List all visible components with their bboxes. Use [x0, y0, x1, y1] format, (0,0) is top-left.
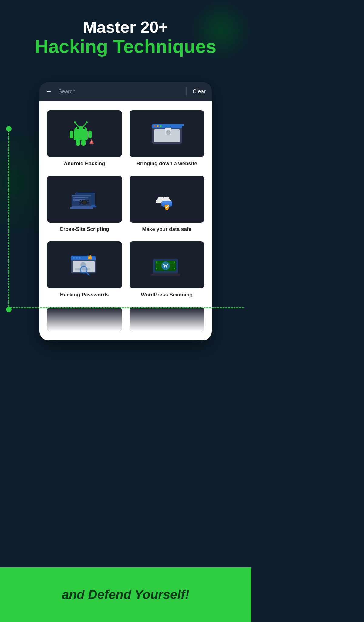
cards-grid: ! Android Hacking [47, 110, 204, 298]
header-line1: Master 20+ [12, 18, 239, 36]
card-data-safe[interactable]: Make your data safe [130, 176, 204, 232]
deco-dashed-left [8, 128, 9, 310]
svg-point-5 [77, 127, 79, 129]
card-image-website [130, 110, 204, 157]
card-android-hacking[interactable]: ! Android Hacking [47, 110, 122, 167]
fade-card-right [130, 307, 204, 331]
card-image-safe [130, 176, 204, 223]
card-image-wordpress: W [130, 241, 204, 288]
svg-point-18 [160, 125, 162, 127]
phone-frame: ← Search Clear [39, 82, 212, 340]
svg-point-53 [79, 257, 81, 259]
card-website-down[interactable]: Bringing down a website [130, 110, 204, 167]
svg-text:W: W [163, 263, 168, 268]
deco-dot-bottom [6, 307, 12, 312]
svg-point-52 [76, 257, 78, 259]
card-wordpress[interactable]: W WordPress Scanning [130, 241, 204, 298]
svg-point-36 [82, 200, 86, 204]
svg-point-17 [157, 125, 159, 127]
svg-point-16 [154, 125, 156, 127]
card-label-website: Bringing down a website [136, 161, 197, 167]
card-label-safe: Make your data safe [142, 226, 191, 232]
svg-rect-65 [151, 274, 180, 276]
svg-rect-8 [88, 131, 92, 138]
search-placeholder[interactable]: Search [58, 88, 180, 95]
svg-rect-7 [70, 131, 73, 138]
clear-button[interactable]: Clear [193, 88, 206, 95]
header-section: Master 20+ Hacking Techniques [0, 0, 251, 69]
deco-dot-top [6, 126, 12, 132]
deco-dashed-horizontal [8, 307, 244, 308]
card-xss[interactable]: Cross-Site Scripting [47, 176, 122, 232]
website-down-illustration [149, 121, 185, 147]
card-image-passwords [47, 241, 122, 288]
passwords-illustration [66, 252, 103, 278]
fade-card-left [47, 307, 122, 331]
card-label-wordpress: WordPress Scanning [141, 292, 193, 298]
card-label-android: Android Hacking [64, 161, 105, 167]
search-divider [186, 87, 187, 96]
svg-point-6 [83, 127, 85, 129]
svg-rect-32 [73, 197, 88, 198]
svg-point-47 [161, 201, 172, 204]
svg-text:!: ! [91, 140, 92, 144]
svg-point-3 [86, 121, 88, 123]
android-hacking-illustration: ! [68, 121, 101, 147]
search-bar: ← Search Clear [39, 82, 212, 101]
card-image-xss [47, 176, 122, 223]
svg-line-0 [75, 123, 78, 126]
footer-section: and Defend Yourself! [0, 567, 251, 622]
wordpress-illustration: W [149, 252, 185, 278]
card-label-xss: Cross-Site Scripting [60, 226, 109, 232]
svg-rect-33 [73, 199, 85, 200]
content-area: ! Android Hacking [39, 101, 212, 340]
svg-point-51 [73, 257, 75, 259]
svg-rect-9 [76, 140, 80, 146]
data-safe-illustration [150, 186, 184, 212]
svg-rect-31 [70, 207, 93, 209]
svg-line-2 [83, 123, 86, 126]
svg-rect-10 [81, 140, 86, 146]
card-image-android: ! [47, 110, 122, 157]
back-arrow[interactable]: ← [46, 87, 52, 95]
xss-illustration [66, 186, 103, 212]
svg-point-21 [166, 130, 171, 135]
bottom-fade-row [47, 307, 204, 331]
svg-point-59 [89, 257, 90, 258]
card-passwords[interactable]: Hacking Passwords [47, 241, 122, 298]
footer-text: and Defend Yourself! [62, 587, 189, 602]
svg-rect-4 [74, 130, 88, 140]
svg-point-1 [74, 121, 76, 123]
card-label-passwords: Hacking Passwords [60, 292, 109, 298]
header-line2: Hacking Techniques [12, 36, 239, 57]
